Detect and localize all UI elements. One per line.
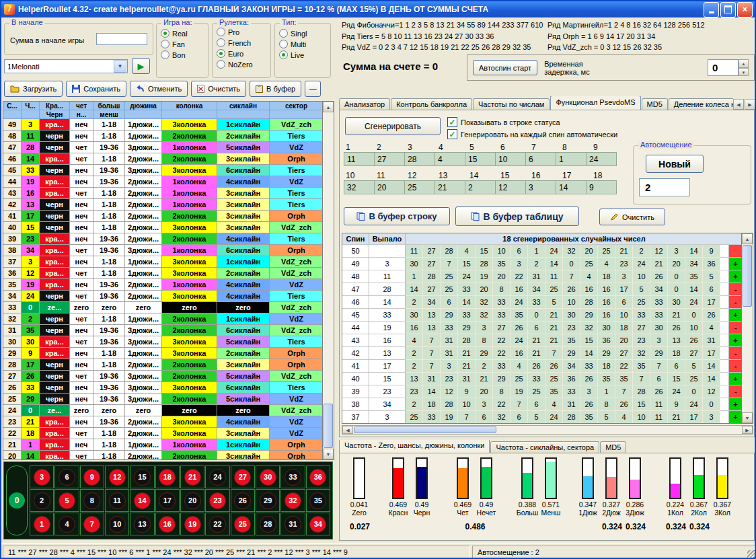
scroll-thumb[interactable]: [354, 426, 496, 433]
board-cell-1[interactable]: 1: [30, 513, 54, 535]
board-zero-cell[interactable]: 0: [6, 465, 28, 535]
generated-table-horizontal-scrollbar[interactable]: ◀ ▶: [342, 425, 753, 435]
radio-fan[interactable]: Fan: [161, 40, 204, 48]
close-button[interactable]: ×: [737, 2, 753, 17]
scroll-left-icon[interactable]: ◀: [342, 426, 353, 434]
scroll-track[interactable]: [497, 426, 742, 434]
board-cell-30[interactable]: 30: [256, 465, 280, 488]
board-cell-15[interactable]: 15: [130, 465, 154, 488]
board-cell-35[interactable]: 35: [306, 489, 330, 512]
board-cell-11[interactable]: 11: [105, 489, 129, 512]
tab-scroll-right-icon[interactable]: ▶: [745, 99, 755, 110]
tab-частоты-по-числам[interactable]: Частоты по числам: [473, 98, 550, 110]
tab-деление-колеса-на[interactable]: Деление колеса на: [669, 98, 733, 110]
generated-table-vertical-scrollbar[interactable]: ▲ ▼: [741, 233, 753, 423]
autospin-start-button[interactable]: Автоспин старт: [473, 60, 537, 75]
board-cell-36[interactable]: 36: [306, 465, 330, 488]
scroll-down-icon[interactable]: ▼: [742, 412, 753, 423]
board-cell-10[interactable]: 10: [105, 513, 129, 535]
copy-table-to-clipboard-button[interactable]: В буфер таблицу: [455, 207, 579, 226]
radio-french[interactable]: French: [217, 38, 266, 47]
board-cell-31[interactable]: 31: [280, 513, 305, 535]
board-cell-14[interactable]: 14: [130, 489, 154, 512]
board-cell-2[interactable]: 2: [30, 489, 54, 512]
collapse-button[interactable]: —: [305, 81, 321, 97]
board-cell-23[interactable]: 23: [205, 489, 229, 512]
chart-tab-частота-zero-шансы-дюжины-колонки[interactable]: Частота - Zero, шансы, дюжины, колонки: [339, 440, 490, 453]
radio-pro[interactable]: Pro: [217, 28, 266, 36]
radio-multi[interactable]: Multi: [279, 40, 326, 48]
save-button[interactable]: Сохранить: [66, 81, 126, 97]
minimize-button[interactable]: [704, 2, 719, 17]
tab-контроль-банкролла[interactable]: Контроль банкролла: [391, 98, 472, 110]
board-cell-7[interactable]: 7: [80, 513, 104, 535]
chart-tab-md5[interactable]: MD5: [600, 441, 626, 453]
board-cell-25[interactable]: 25: [231, 513, 255, 535]
board-cell-8[interactable]: 8: [80, 489, 104, 512]
chart-tab-частота-сиклайны-сектора[interactable]: Частота - сиклайны, сектора: [490, 441, 599, 453]
checkbox-generate-each-spin[interactable]: ✓ Генерировать на каждый спин автоматиче…: [447, 129, 617, 139]
board-cell-3[interactable]: 3: [30, 465, 54, 488]
board-cell-17[interactable]: 17: [155, 489, 180, 512]
board-cell-33[interactable]: 33: [280, 465, 305, 488]
scroll-track[interactable]: [323, 112, 334, 403]
spinner-up-icon[interactable]: ▲: [739, 59, 749, 68]
clear-generated-button[interactable]: Очистить: [599, 209, 665, 225]
scroll-thumb[interactable]: [743, 245, 752, 307]
board-cell-26[interactable]: 26: [231, 489, 255, 512]
scroll-track[interactable]: [742, 307, 753, 412]
maximize-button[interactable]: [720, 2, 736, 17]
scroll-right-icon[interactable]: ▶: [742, 426, 753, 434]
board-cell-19[interactable]: 19: [180, 513, 204, 535]
radio-live[interactable]: Live: [279, 50, 326, 59]
scroll-up-icon[interactable]: ▲: [742, 233, 753, 244]
radio-euro[interactable]: Euro: [217, 49, 266, 58]
preset-combobox[interactable]: 1Melonati ▼: [4, 59, 128, 73]
start-sum-input[interactable]: [96, 33, 147, 45]
radio-real[interactable]: Real: [161, 29, 204, 38]
board-cell-27[interactable]: 27: [231, 465, 255, 488]
autoshift-new-button[interactable]: Новый: [646, 155, 704, 173]
radio-singl[interactable]: Singl: [279, 29, 326, 38]
generate-button[interactable]: Сгенерировать: [345, 117, 441, 135]
checkbox-show-in-status[interactable]: ✓ Показывать в строке статуса: [447, 117, 560, 127]
board-cell-28[interactable]: 28: [256, 513, 280, 535]
autoshift-value-input[interactable]: [639, 178, 690, 196]
board-cell-16[interactable]: 16: [155, 513, 180, 535]
spinner-down-icon[interactable]: ▼: [739, 68, 749, 77]
board-cell-18[interactable]: 18: [155, 465, 180, 488]
scroll-up-icon[interactable]: ▲: [323, 102, 334, 112]
scroll-thumb[interactable]: [324, 404, 333, 448]
resize-grip[interactable]: [747, 550, 756, 559]
title-bar[interactable]: 7 HelperRoullet 4.32- create helperroull…: [1, 1, 755, 17]
clear-history-button[interactable]: Очистить: [191, 81, 246, 97]
tab-scroll-left-icon[interactable]: ◀: [733, 99, 744, 110]
board-cell-20[interactable]: 20: [180, 489, 204, 512]
chevron-down-icon[interactable]: ▼: [114, 60, 126, 73]
board-cell-5[interactable]: 5: [54, 489, 79, 512]
board-cell-21[interactable]: 21: [180, 465, 204, 488]
play-button[interactable]: ▶: [132, 58, 150, 74]
board-cell-24[interactable]: 24: [205, 465, 229, 488]
board-cell-29[interactable]: 29: [256, 489, 280, 512]
board-cell-34[interactable]: 34: [306, 513, 330, 535]
board-cell-32[interactable]: 32: [280, 489, 305, 512]
board-cell-4[interactable]: 4: [54, 513, 79, 535]
delay-input[interactable]: [708, 59, 739, 76]
board-cell-6[interactable]: 6: [54, 465, 79, 488]
board-cell-9[interactable]: 9: [80, 465, 104, 488]
copy-to-clipboard-button[interactable]: В буфер: [250, 81, 301, 97]
tab-анализатор[interactable]: Анализатор: [339, 98, 390, 110]
scroll-down-icon[interactable]: ▼: [323, 449, 334, 459]
tab-md5[interactable]: MD5: [642, 98, 668, 110]
board-cell-22[interactable]: 22: [205, 513, 229, 535]
board-cell-13[interactable]: 13: [130, 513, 154, 535]
undo-button[interactable]: Отменить: [130, 81, 188, 97]
board-cell-12[interactable]: 12: [105, 465, 129, 488]
history-vertical-scrollbar[interactable]: ▲ ▼: [322, 102, 334, 459]
copy-row-to-clipboard-button[interactable]: В буфер строку: [344, 207, 450, 225]
radio-bon[interactable]: Bon: [161, 50, 204, 59]
tab-функционал-psevdoms[interactable]: Функционал PsevdoMS: [550, 96, 640, 110]
load-button[interactable]: Загрузить: [4, 81, 63, 97]
radio-nozero[interactable]: NoZero: [217, 60, 266, 69]
